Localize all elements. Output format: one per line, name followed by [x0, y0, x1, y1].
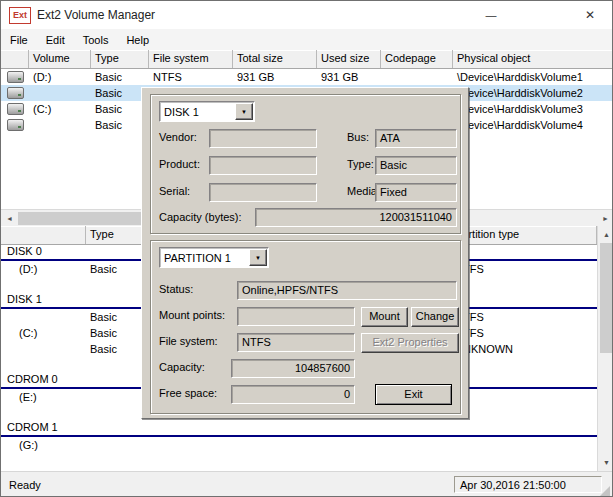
volume-row-d[interactable]: (D:) Basic NTFS 931 GB 931 GB \Device\Ha… [1, 69, 613, 85]
cell-type [86, 437, 451, 453]
column-header-physical-object[interactable]: Physical object [453, 50, 613, 68]
menubar: File Edit Tools Help [1, 29, 612, 51]
ext2-volume-manager-window: Ext Ext2 Volume Manager — ✕ File Edit To… [0, 0, 613, 497]
drive-icon [7, 119, 24, 131]
cell-physical-object: \Device\HarddiskVolume2 [453, 85, 613, 101]
product-field [209, 156, 317, 175]
cell-codepage [381, 69, 453, 85]
cell-physical-object: \Device\HarddiskVolume4 [453, 117, 613, 133]
cell-label: (C:) [1, 325, 86, 341]
cell-label: DISK 0 [1, 245, 86, 259]
partition-capacity-label: Capacity: [159, 361, 205, 373]
cell-label [1, 341, 86, 357]
cell-label: CDROM 0 [1, 373, 86, 387]
disk-selector-value: DISK 1 [164, 104, 236, 120]
column-header-volume[interactable]: Volume [29, 50, 91, 68]
partition-selector-value: PARTITION 1 [164, 250, 250, 266]
cell-partition-type: UNKNOWN [451, 341, 597, 357]
mount-points-field[interactable] [237, 307, 355, 326]
app-icon: Ext [9, 7, 31, 24]
cell-label: DISK 1 [1, 293, 86, 307]
cell-physical-object: \Device\HarddiskVolume3 [453, 101, 613, 117]
status-bar: Ready Apr 30,2016 21:50:00 [1, 471, 612, 497]
cell-volume: (C:) [29, 101, 91, 117]
cell-label: (G:) [1, 437, 86, 453]
partition-selector-combobox[interactable]: PARTITION 1 ▼ [159, 247, 269, 268]
menu-tools[interactable]: Tools [74, 31, 118, 49]
status-datetime: Apr 30,2016 21:50:00 [454, 476, 602, 493]
type-label: Type: [347, 158, 374, 170]
cell-label: (D:) [1, 261, 86, 277]
column-header-file-system[interactable]: File system [149, 50, 233, 68]
status-text: Ready [9, 479, 41, 491]
serial-field [209, 183, 317, 202]
product-label: Product: [159, 158, 200, 170]
chevron-down-icon[interactable]: ▼ [235, 103, 253, 120]
partition-capacity-field: 104857600 [231, 359, 355, 378]
free-space-field: 0 [231, 385, 355, 404]
ext2-properties-button: Ext2 Properties [361, 333, 459, 353]
drive-icon [7, 103, 24, 115]
vertical-scroll-thumb[interactable] [600, 243, 613, 353]
capacity-bytes-label: Capacity (bytes): [159, 211, 242, 223]
scroll-left-icon[interactable]: ◄ [1, 210, 18, 227]
cell-partition-type [451, 437, 597, 453]
bus-label: Bus: [347, 131, 369, 143]
type-field: Basic [375, 156, 457, 175]
column-header-icon[interactable] [1, 50, 29, 68]
window-title: Ext2 Volume Manager [37, 8, 155, 22]
cell-volume [29, 117, 91, 133]
status-label: Status: [159, 283, 193, 295]
cell-volume: (D:) [29, 69, 91, 85]
cdrom1-group-row[interactable]: CDROM 1 [1, 421, 597, 437]
vendor-label: Vendor: [159, 131, 197, 143]
disk-groupbox: DISK 1 ▼ Vendor: Bus: ATA Product: Type:… [150, 94, 461, 234]
column-header-codepage[interactable]: Codepage [381, 50, 453, 68]
mount-points-label: Mount points: [159, 309, 225, 321]
column-header-partition-type[interactable]: Partition type [451, 226, 597, 244]
cell-physical-object: \Device\HarddiskVolume1 [453, 69, 613, 85]
minimize-button-icon[interactable]: — [468, 1, 514, 29]
titlebar: Ext Ext2 Volume Manager — ✕ [1, 1, 612, 29]
menu-edit[interactable]: Edit [37, 31, 74, 49]
chevron-down-icon[interactable]: ▼ [249, 249, 267, 266]
drive-icon [7, 87, 24, 99]
file-system-label: File system: [159, 335, 218, 347]
column-header-used-size[interactable]: Used size [317, 50, 381, 68]
menu-file[interactable]: File [1, 31, 37, 49]
serial-label: Serial: [159, 185, 190, 197]
cell-partition-type [451, 389, 597, 405]
change-button[interactable]: Change [411, 307, 459, 327]
column-header-name[interactable] [1, 226, 86, 244]
status-field: Online,HPFS/NTFS [237, 281, 457, 300]
disk-properties-dialog: DISK 1 ▼ Vendor: Bus: ATA Product: Type:… [141, 87, 469, 419]
bus-field: ATA [375, 129, 457, 148]
cell-partition-type: NTFS [451, 309, 597, 325]
close-button-icon[interactable]: ✕ [567, 1, 613, 29]
cell-used-size: 931 GB [317, 69, 381, 85]
scroll-down-icon[interactable]: ▼ [598, 454, 613, 471]
cell-partition-type: NTFS [451, 325, 597, 341]
cell-label: CDROM 1 [1, 421, 86, 435]
volume-list-header: Volume Type File system Total size Used … [1, 50, 613, 69]
cell-type: Basic [91, 69, 149, 85]
cell-label [1, 309, 86, 325]
disk-row[interactable]: (G:) [1, 437, 597, 453]
menu-help[interactable]: Help [117, 31, 158, 49]
mount-button[interactable]: Mount [361, 307, 408, 327]
cell-total-size: 931 GB [233, 69, 317, 85]
resize-grip-icon[interactable] [599, 486, 610, 497]
cell-partition-type: NTFS [451, 261, 597, 277]
vendor-field [209, 129, 317, 148]
exit-button[interactable]: Exit [375, 384, 452, 405]
vertical-scrollbar[interactable]: ▲ ▼ [597, 226, 613, 471]
drive-icon [7, 71, 24, 83]
scroll-up-icon[interactable]: ▲ [598, 226, 613, 243]
column-header-total-size[interactable]: Total size [233, 50, 317, 68]
disk-selector-combobox[interactable]: DISK 1 ▼ [159, 101, 255, 122]
scroll-right-icon[interactable]: ► [597, 210, 613, 227]
column-header-type[interactable]: Type [91, 50, 149, 68]
cell-volume [29, 85, 91, 101]
cell-file-system: NTFS [149, 69, 233, 85]
capacity-bytes-field: 120031511040 [255, 208, 457, 227]
